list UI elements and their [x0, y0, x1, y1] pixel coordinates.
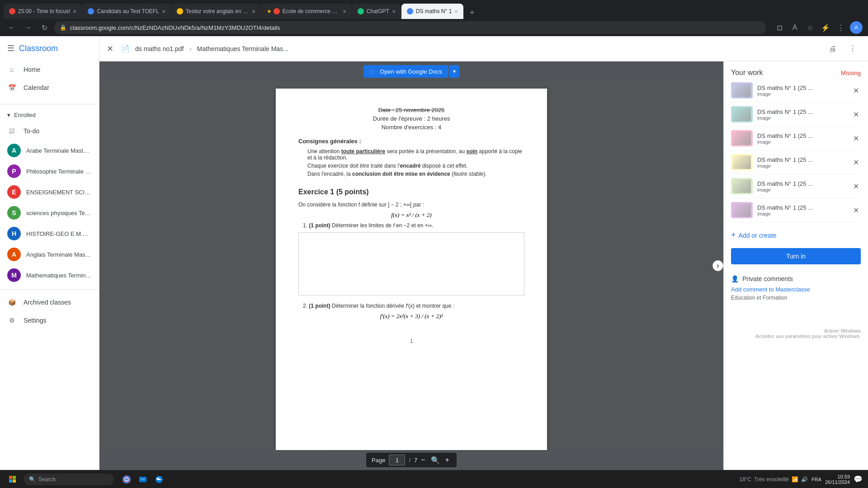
pdf-nombre: Nombre d'exercices : 4	[298, 124, 524, 131]
back-button[interactable]: ←	[5, 21, 18, 34]
attachment-item: DS maths N° 1 (25 ...image✕	[731, 174, 861, 198]
breadcrumb-filename: ds maths no1.pdf	[135, 45, 184, 52]
bookmark-button[interactable]: ☆	[804, 21, 816, 34]
turn-in-button[interactable]: Turn in	[731, 248, 861, 264]
sidebar-item-home[interactable]: ⌂ Home	[0, 61, 95, 79]
open-with-arrow-button[interactable]: ▾	[449, 65, 459, 78]
cast-button[interactable]: ⊡	[773, 21, 786, 34]
notification-icon[interactable]: 💬	[854, 475, 863, 483]
attachment-remove-button[interactable]: ✕	[851, 204, 861, 216]
browser-tab-tab3[interactable]: Testez votre anglais en ligne✕	[171, 4, 261, 19]
close-icon[interactable]: ✕	[107, 44, 113, 54]
attachment-remove-button[interactable]: ✕	[851, 156, 861, 169]
sidebar-item-physique[interactable]: Ssciences physiques Terminale...	[0, 202, 99, 223]
zoom-out-button[interactable]: −	[419, 455, 427, 465]
address-bar-row: ← → ↻ 🔒 classroom.google.com/c/NzEzNDAzN…	[0, 19, 868, 36]
more-options-button[interactable]: ⋮	[844, 41, 861, 57]
attachment-remove-button[interactable]: ✕	[851, 108, 861, 121]
taskbar-search[interactable]: 🔍 Search	[24, 474, 114, 485]
tab-close-button[interactable]: ✕	[73, 9, 76, 14]
tab-close-button[interactable]: ✕	[392, 9, 396, 14]
browser-tab-tab6[interactable]: DS maths N° 1✕	[401, 4, 464, 19]
zoom-fit-button[interactable]: 🔍	[429, 455, 442, 465]
pdf-viewer[interactable]: ⊞ Open with Google Docs ▾ Date : 25 nove…	[99, 61, 723, 470]
app-logo: Classroom	[19, 44, 58, 53]
menu-toggle[interactable]: ☰	[7, 43, 14, 53]
pdf-exercice1-title: Exercice 1 (5 points)	[298, 188, 524, 196]
attachment-thumbnail	[731, 154, 753, 170]
open-with-google-docs-button[interactable]: ⊞ Open with Google Docs	[363, 65, 448, 78]
wifi-icon: 📶	[792, 476, 798, 483]
sidebar-item-ensci[interactable]: EENSEIGNEMENT SCIENTIFIQ...	[0, 182, 99, 202]
tab-label: Candidats au Test TOEFL	[97, 8, 159, 14]
profile-button[interactable]: A	[850, 21, 863, 34]
search-icon: 🔍	[29, 476, 36, 483]
sidebar-item-settings[interactable]: ⚙ Settings	[0, 311, 95, 329]
attachment-remove-button[interactable]: ✕	[851, 84, 861, 97]
sidebar-item-arabe[interactable]: AArabe Terminale Masterclass...	[0, 140, 99, 161]
attachment-name: DS maths N° 1 (25 ...	[757, 180, 843, 187]
sidebar-item-anglais[interactable]: AAnglais Terminale Masterclass...	[0, 244, 99, 265]
panel-collapse-button[interactable]: ›	[712, 260, 723, 271]
zoom-in-button[interactable]: +	[443, 455, 451, 465]
taskbar-clock: 10:59 26/11/2024	[825, 474, 850, 485]
tab-close-button[interactable]: ✕	[252, 9, 255, 14]
browser-tab-tab2[interactable]: Candidats au Test TOEFL✕	[82, 4, 170, 19]
tab-favicon	[407, 8, 413, 14]
add-comment-link[interactable]: Add comment to Masterclasse	[731, 286, 861, 293]
pdf-wrapper: ⊞ Open with Google Docs ▾ Date : 25 nove…	[99, 61, 868, 470]
pdf-answer-box-1	[298, 232, 524, 296]
attachment-remove-button[interactable]: ✕	[851, 132, 861, 145]
sidebar-item-archived[interactable]: 📦 Archived classes	[0, 293, 95, 311]
attachment-name: DS maths N° 1 (25 ...	[757, 132, 843, 139]
reload-button[interactable]: ↻	[38, 21, 51, 34]
todo-label: To-do	[24, 127, 39, 135]
tab-close-button[interactable]: ✕	[343, 9, 346, 14]
browser-tab-tab5[interactable]: ChatGPT✕	[352, 4, 401, 19]
your-work-label: Your work	[731, 69, 763, 77]
add-or-create-button[interactable]: + Add or create	[731, 228, 861, 243]
pdf-consigne-1: Une attention toute particulière sera po…	[307, 148, 524, 161]
start-button[interactable]	[5, 472, 20, 487]
translate-button[interactable]: A	[788, 21, 801, 34]
class-name: Arabe Terminale Masterclass...	[26, 147, 92, 154]
right-panel: Your work Missing DS maths N° 1 (25 ...i…	[723, 61, 868, 470]
sidebar-item-todo[interactable]: ☑ To-do	[0, 122, 95, 140]
tab-favicon	[177, 8, 183, 14]
home-label: Home	[24, 66, 40, 73]
taskbar-date-value: 26/11/2024	[825, 479, 850, 485]
browser-tab-tab1[interactable]: 25:00 - Time to focus!✕	[4, 4, 82, 19]
sidebar-item-philo[interactable]: PPhilosophie Terminale Master...	[0, 161, 99, 182]
sidebar-item-histoire[interactable]: HHISTOIRE-GEO E.M.C. Termin...	[0, 223, 99, 244]
attachment-type: image	[757, 211, 851, 216]
pdf-formula2: f'(x) = 2x²(x + 3) / (x + 2)²	[298, 313, 524, 320]
attachment-thumbnail	[731, 130, 753, 146]
page-input[interactable]	[389, 455, 405, 465]
sidebar-item-calendar[interactable]: 📅 Calendar	[0, 79, 95, 97]
attachment-type: image	[757, 163, 851, 169]
taskbar-app-chrome[interactable]	[119, 472, 134, 487]
tab-close-button[interactable]: ✕	[162, 9, 165, 14]
forward-button[interactable]: →	[22, 21, 34, 34]
enrolled-toggle[interactable]: ▾ Enrolled	[0, 108, 99, 122]
extensions-button[interactable]: ⚡	[819, 21, 832, 34]
svg-point-6	[125, 478, 128, 481]
attachment-remove-button[interactable]: ✕	[851, 180, 861, 192]
class-avatar: A	[7, 248, 21, 261]
tab-close-button[interactable]: ✕	[454, 9, 458, 14]
new-tab-button[interactable]: +	[466, 6, 478, 19]
page-separator: /	[409, 457, 410, 464]
sidebar-item-maths[interactable]: MMathematiques Terminale Ma...	[0, 265, 99, 286]
pdf-duree: Durée de l'épreuve : 2 heures	[298, 115, 524, 122]
menu-button[interactable]: ⋮	[835, 21, 847, 34]
browser-chrome: 25:00 - Time to focus!✕Candidats au Test…	[0, 0, 868, 36]
taskbar-app-explorer[interactable]	[136, 472, 150, 487]
class-avatar: M	[7, 268, 21, 282]
class-avatar: P	[7, 164, 21, 178]
print-button[interactable]: 🖨	[825, 41, 841, 57]
address-bar[interactable]: 🔒 classroom.google.com/c/NzEzNDAzNDUxNDk…	[54, 21, 766, 34]
taskbar-app-edge[interactable]	[152, 472, 166, 487]
class-name: Mathematiques Terminale Ma...	[26, 272, 92, 279]
browser-tab-tab4[interactable]: ★Ecole de commerce Paris : Ame...✕	[261, 4, 352, 19]
system-tray: 18°C Très ensoleillé 📶 🔊	[739, 476, 808, 483]
